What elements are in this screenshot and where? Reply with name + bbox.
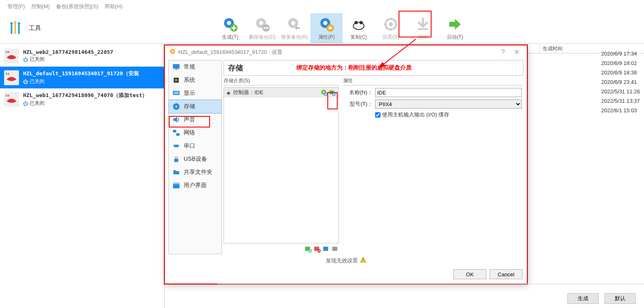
svg-line-29 [386,27,388,29]
tb-start[interactable]: 启动(T) [439,13,471,43]
cat-usb[interactable]: USB设备 [169,153,222,166]
tb-clone[interactable]: 复制(C) [343,13,375,43]
category-list: 常规 系统 显示 存储 声音 网络 串口 USB设备 共享文件夹 用户界面 [168,60,222,254]
storage-header: 存储 绑定存储的地方为：刚刚注册的虚拟硬盘介质 [224,60,523,76]
tb-clear[interactable]: 清除 [407,13,439,43]
cat-shared[interactable]: 共享文件夹 [169,166,222,179]
chip-icon [172,76,180,84]
remove-attachment-icon[interactable] [331,245,339,252]
name-input[interactable] [375,88,522,97]
folder-icon [172,168,180,176]
menu-snapshot[interactable]: 备份[系统快照](S) [56,3,98,10]
time-value: 2022/5/31 11:26 [601,87,640,96]
vm-item[interactable]: 64 HZL_web2_1677429814645_22057⏻已关闭 [0,45,164,67]
svg-point-20 [359,21,363,24]
cat-network[interactable]: 网络 [169,126,222,139]
cancel-button[interactable]: Cancel [490,269,523,279]
cat-display[interactable]: 显示 [169,87,222,100]
warning-icon: ! [360,257,366,264]
cat-serial[interactable]: 串口 [169,139,222,153]
time-value: 2020/6/9 17:34 [601,49,640,58]
time-value: 2022/5/31 13:37 [601,97,640,106]
media-toolbar [224,243,339,254]
vm-status: 已关闭 [30,56,44,63]
add-attachment-icon[interactable] [322,245,330,252]
add-harddisk-icon[interactable] [329,89,336,96]
svg-line-30 [394,20,395,21]
svg-point-47 [175,106,177,107]
remove-controller-icon[interactable] [313,245,321,252]
help-button[interactable]: ? [498,49,508,56]
monitor-icon [172,63,180,71]
svg-rect-48 [173,130,176,132]
svg-point-10 [259,21,263,25]
display-icon [172,89,180,97]
generate-button[interactable]: 生成 [567,293,599,304]
svg-point-39 [172,51,174,53]
add-controller-icon[interactable] [304,245,312,252]
content-area: 存储 绑定存储的地方为：刚刚注册的虚拟硬盘介质 存储介质(S) ◈ 控制器：ID… [224,60,523,254]
cat-audio[interactable]: 声音 [169,113,222,126]
settings-dialog: HZL_default_1591694534017_91720 - 设置 ? ✕… [165,45,527,284]
dialog-titlebar: HZL_default_1591694534017_91720 - 设置 ? ✕ [165,46,527,58]
model-label: 型号(T)： [345,100,373,108]
svg-rect-40 [173,64,180,69]
tb-settings[interactable]: 设置(S) [375,13,407,43]
tb-delete[interactable]: 删除备份(D) [246,13,278,43]
tb-new[interactable]: 生成(T) [214,13,246,43]
vm-item[interactable]: 64 HZL_web1_1677429418096_74070（添加test）⏻… [0,88,164,110]
menu-manage[interactable]: 管理(F) [7,3,25,10]
svg-rect-64 [332,247,337,251]
svg-rect-51 [174,159,178,162]
times-column: 2020/6/9 17:34 2020/6/9 18:02 2020/6/9 1… [601,49,640,116]
time-value: 2020/6/9 23:41 [601,78,640,87]
cat-ui[interactable]: 用户界面 [169,179,222,192]
vm-status: 已关闭 [30,100,44,107]
name-label: 名称(N)： [345,89,373,96]
vm-item-selected[interactable]: 64 HZL_default_1591694534017_91720（安装⏻已关… [0,67,164,88]
close-button[interactable]: ✕ [511,48,523,56]
svg-point-55 [323,91,324,93]
svg-point-4 [14,21,16,23]
vm-list: 64 HZL_web2_1677429814645_22057⏻已关闭 64 H… [0,44,165,308]
time-value: 2020/6/9 18:02 [601,59,640,68]
usb-icon [172,155,180,163]
svg-rect-50 [175,156,178,159]
storage-title: 存储 [228,63,243,73]
media-panel: 存储介质(S) ◈ 控制器：IDE [224,77,339,254]
menu-help[interactable]: 帮助(H) [105,3,123,10]
controller-icon: ◈ [226,90,231,96]
cat-general[interactable]: 常规 [169,60,222,74]
svg-point-3 [10,22,13,25]
svg-text:64: 64 [6,50,9,54]
controller-row[interactable]: ◈ 控制器：IDE [224,88,338,97]
default-button[interactable]: 默认 [604,293,636,304]
tools-section: 工具 [0,13,214,43]
cache-label: 使用主机输入输出 (I/O) 缓存 [382,111,449,118]
cat-storage[interactable]: 存储 [169,100,222,113]
cat-system[interactable]: 系统 [169,74,222,87]
svg-line-27 [386,20,388,21]
svg-text:64: 64 [6,94,9,97]
svg-line-28 [394,27,395,29]
ui-icon [172,181,180,190]
svg-point-5 [18,22,20,25]
svg-rect-45 [174,92,179,94]
media-tree[interactable]: ◈ 控制器：IDE [224,87,339,243]
model-select[interactable]: PIIX4 [375,100,522,109]
add-optical-icon[interactable] [320,89,328,96]
cache-checkbox[interactable] [375,112,380,118]
toolbar-row: 工具 生成(T) 删除备份(D) 恢复备份(R) 属性(P) 复制(C) 设置(… [0,13,644,44]
tb-restore[interactable]: 恢复备份(R) [278,13,310,43]
svg-point-7 [227,21,231,25]
dialog-status: 发现无效设置 ! [165,254,527,267]
ok-button[interactable]: OK [453,269,486,279]
serial-icon [172,142,180,150]
media-label: 存储介质(S) [224,77,339,85]
svg-point-17 [329,26,332,30]
menu-control[interactable]: 控制(M) [31,3,50,10]
network-icon [172,129,180,137]
tb-properties[interactable]: 属性(P) [310,13,343,43]
svg-rect-49 [176,133,180,136]
svg-text:64: 64 [6,72,9,76]
